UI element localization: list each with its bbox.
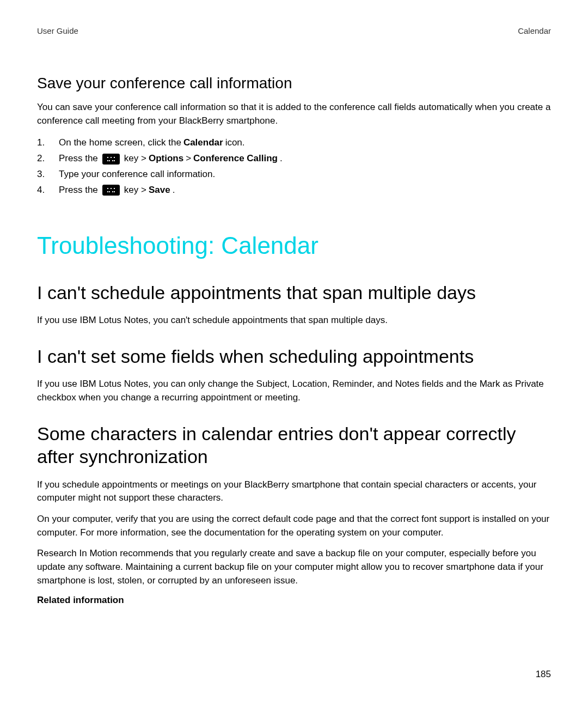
step-number: 1. bbox=[37, 135, 59, 151]
troubleshooting-heading: Troubleshooting: Calendar bbox=[37, 232, 551, 259]
step-4: 4. Press the key > Save. bbox=[37, 182, 551, 198]
step-number: 4. bbox=[37, 182, 59, 198]
step-3: 3. Type your conference call information… bbox=[37, 167, 551, 182]
blackberry-key-icon bbox=[102, 185, 120, 196]
issue-3-p1: If you schedule appointments or meetings… bbox=[37, 478, 551, 505]
issue-2-title: I can't set some fields when scheduling … bbox=[37, 345, 551, 368]
step-content: Type your conference call information. bbox=[59, 167, 215, 182]
issue-3-p3: Research In Motion recommends that you r… bbox=[37, 547, 551, 587]
step-content: On the home screen, click the Calendar i… bbox=[59, 135, 245, 151]
issue-3-title: Some characters in calendar entries don'… bbox=[37, 422, 551, 468]
section-save-conference-title: Save your conference call information bbox=[37, 75, 551, 92]
issue-1-title: I can't schedule appointments that span … bbox=[37, 281, 551, 305]
related-information-heading: Related information bbox=[37, 595, 551, 606]
step-content: Press the key > Save. bbox=[59, 182, 175, 198]
blackberry-key-icon bbox=[102, 154, 120, 165]
document-page: User Guide Calendar Save your conference… bbox=[0, 0, 588, 632]
header-left: User Guide bbox=[37, 26, 78, 35]
header-right: Calendar bbox=[518, 26, 551, 35]
page-number: 185 bbox=[536, 669, 551, 680]
issue-3-p2: On your computer, verify that you are us… bbox=[37, 513, 551, 539]
step-1: 1. On the home screen, click the Calenda… bbox=[37, 135, 551, 151]
steps-list: 1. On the home screen, click the Calenda… bbox=[37, 135, 551, 198]
section-save-conference-intro: You can save your conference call inform… bbox=[37, 101, 551, 127]
step-content: Press the key > Options > Conference Cal… bbox=[59, 151, 283, 167]
page-header: User Guide Calendar bbox=[37, 26, 551, 35]
step-number: 2. bbox=[37, 151, 59, 167]
step-number: 3. bbox=[37, 167, 59, 182]
step-2: 2. Press the key > Options > Conference … bbox=[37, 151, 551, 167]
issue-2-body: If you use IBM Lotus Notes, you can only… bbox=[37, 378, 551, 404]
issue-1-body: If you use IBM Lotus Notes, you can't sc… bbox=[37, 314, 551, 327]
